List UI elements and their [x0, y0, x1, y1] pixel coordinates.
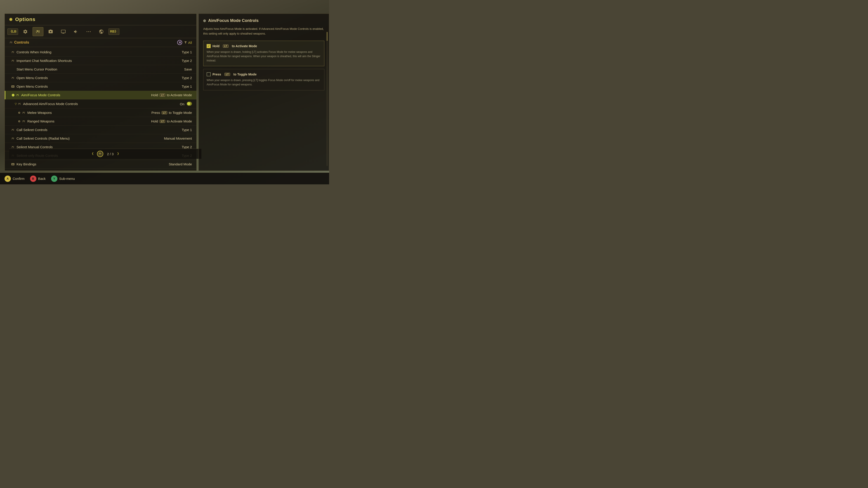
detail-option-hold-label: Hold LT to Activate Mode — [213, 44, 257, 48]
confirm-label: Confirm — [13, 177, 25, 181]
filter-label: All — [188, 41, 192, 44]
sub-dot-melee — [18, 112, 20, 113]
b-button[interactable]: B — [30, 175, 36, 182]
detail-option-press-label: Press LT to Toggle Mode — [213, 72, 256, 76]
gamepad-icon-10 — [11, 145, 15, 149]
detail-option-press[interactable]: Press LT to Toggle Mode When your weapon… — [203, 69, 324, 90]
setting-name-seikret-radial: Call Seikret Controls (Radial Menu) — [17, 136, 164, 140]
gamepad-icon-1 — [11, 51, 15, 54]
setting-name-advanced-aim: Advanced Aim/Focus Mode Controls — [23, 102, 180, 106]
prev-page-button[interactable]: 《 — [90, 152, 93, 156]
lt-badge-detail-2: LT — [224, 73, 230, 76]
setting-name-open-menu-1: Open Menu Controls — [17, 76, 182, 80]
setting-start-menu[interactable]: Start Menu Cursor Position Save — [5, 65, 196, 74]
back-action[interactable]: B Back — [30, 175, 46, 182]
sub-dot-ranged — [18, 121, 20, 122]
expand-arrow-advanced: ▽ — [15, 102, 17, 105]
setting-open-menu-2[interactable]: Open Menu Controls Type 1 — [5, 82, 196, 91]
gamepad-icon-3 — [11, 76, 15, 80]
setting-name-melee: Melee Weapons — [27, 111, 151, 115]
setting-key-bindings[interactable]: Key Bindings Standard Mode — [5, 160, 196, 168]
active-dot — [12, 94, 14, 96]
setting-advanced-aim[interactable]: ▽ Advanced Aim/Focus Mode Controls On — [5, 99, 196, 108]
options-title-bar: Options — [5, 14, 196, 25]
pagination: 《 2 / 3 》 — [9, 149, 202, 159]
setting-value-call-seikret: Type 1 — [182, 128, 192, 132]
next-page-button[interactable]: 》 — [117, 152, 120, 156]
detail-option-hold[interactable]: ✓ Hold LT to Activate Mode When your wea… — [203, 41, 324, 66]
setting-name-key-bindings: Key Bindings — [17, 162, 168, 166]
a-button[interactable]: A — [4, 175, 11, 182]
tab-network[interactable] — [96, 27, 107, 36]
setting-call-seikret[interactable]: Call Seikret Controls Type 1 — [5, 126, 196, 134]
scrollbar-thumb — [327, 32, 328, 41]
setting-chat-shortcuts[interactable]: Important Chat Notification Shortcuts Ty… — [5, 57, 196, 65]
detail-desc: Adjusts how Aim/Focus Mode is activated.… — [203, 27, 324, 36]
gamepad-icon-2 — [11, 59, 15, 63]
tab-lb[interactable]: 《LB — [7, 29, 18, 35]
tab-settings[interactable] — [20, 27, 31, 36]
setting-value-start-menu: Save — [184, 67, 192, 71]
options-dot — [9, 18, 12, 21]
gamepad-icon-8 — [11, 128, 15, 132]
lt-badge-ranged: LT — [160, 120, 165, 123]
filter-bar: Controls ✕ All — [5, 38, 196, 47]
toggle-on — [187, 102, 192, 106]
section-label: Controls — [14, 40, 29, 44]
setting-name-open-menu-2: Open Menu Controls — [17, 85, 182, 88]
setting-seikret-radial[interactable]: Call Seikret Controls (Radial Menu) Manu… — [5, 134, 196, 143]
gamepad-icon-7 — [22, 120, 26, 123]
setting-value-key-bindings: Standard Mode — [168, 162, 192, 166]
detail-option-hold-desc: When your weapon is drawn, holding [LT] … — [207, 50, 321, 63]
setting-name-controls-holding: Controls When Holding — [17, 50, 182, 54]
setting-ranged-weapons[interactable]: Ranged Weapons Hold LT to Activate Mode — [5, 117, 196, 126]
y-button[interactable]: Y — [51, 175, 57, 182]
detail-option-hold-title: ✓ Hold LT to Activate Mode — [207, 44, 321, 48]
svg-point-0 — [88, 31, 89, 32]
setting-value-controls-holding: Type 1 — [182, 50, 192, 54]
lt-badge-aim: LT — [160, 94, 165, 97]
detail-title: Aim/Focus Mode Controls — [208, 18, 258, 23]
setting-value-seikret-radial: Manual Movement — [164, 136, 192, 140]
gamepad-icon-9 — [11, 137, 15, 140]
back-label: Back — [38, 177, 46, 181]
tab-display[interactable] — [58, 27, 69, 36]
keyboard-icon-1 — [11, 85, 15, 88]
scrollbar[interactable] — [327, 32, 328, 166]
setting-value-chat: Type 2 — [182, 59, 192, 63]
setting-aim-focus[interactable]: Aim/Focus Mode Controls Hold LT to Activ… — [5, 91, 196, 99]
gamepad-icon-4 — [16, 93, 20, 97]
submenu-action[interactable]: Y Sub-menu — [51, 175, 75, 182]
setting-name-start-menu: Start Menu Cursor Position — [17, 67, 184, 71]
setting-melee-weapons[interactable]: Melee Weapons Press LT to Toggle Mode — [5, 108, 196, 117]
tab-controls[interactable] — [33, 27, 43, 36]
tab-bar: 《LB RB》 — [5, 25, 196, 38]
lt-badge-melee: LT — [162, 111, 167, 114]
detail-panel: Aim/Focus Mode Controls Adjusts how Aim/… — [198, 13, 329, 171]
dpad-icon — [97, 151, 103, 157]
tab-extra[interactable] — [83, 27, 94, 36]
toggle-circle — [187, 102, 190, 105]
setting-name-call-seikret: Call Seikret Controls — [17, 128, 182, 132]
options-title: Options — [15, 17, 35, 22]
detail-option-press-title: Press LT to Toggle Mode — [207, 72, 321, 76]
tab-rb[interactable]: RB》 — [108, 29, 119, 35]
setting-open-menu-1[interactable]: Open Menu Controls Type 2 — [5, 74, 196, 82]
submenu-label: Sub-menu — [59, 177, 75, 181]
setting-value-melee: Press LT to Toggle Mode — [151, 111, 192, 115]
tab-audio[interactable] — [70, 27, 81, 36]
lt-badge-detail-1: LT — [223, 44, 228, 48]
setting-controls-holding[interactable]: Controls When Holding Type 1 — [5, 48, 196, 57]
setting-value-seikret-manual: Type 2 — [182, 145, 192, 149]
page-indicator: 2 / 3 — [107, 152, 114, 156]
setting-name-ranged: Ranged Weapons — [27, 119, 151, 123]
setting-value-aim-focus: Hold LT to Activate Mode — [151, 93, 192, 97]
tab-camera[interactable] — [45, 27, 56, 36]
setting-value-open-menu-2: Type 1 — [182, 85, 192, 88]
setting-name-seikret-manual: Seikret Manual Controls — [17, 145, 182, 149]
detail-option-press-desc: When your weapon is drawn, pressing [LT]… — [207, 78, 321, 87]
setting-value-ranged: Hold LT to Activate Mode — [151, 119, 192, 123]
confirm-action[interactable]: A Confirm — [4, 175, 25, 182]
options-panel: Options 《LB RB》 — [4, 13, 197, 171]
filter-x-button[interactable]: ✕ — [177, 40, 182, 45]
